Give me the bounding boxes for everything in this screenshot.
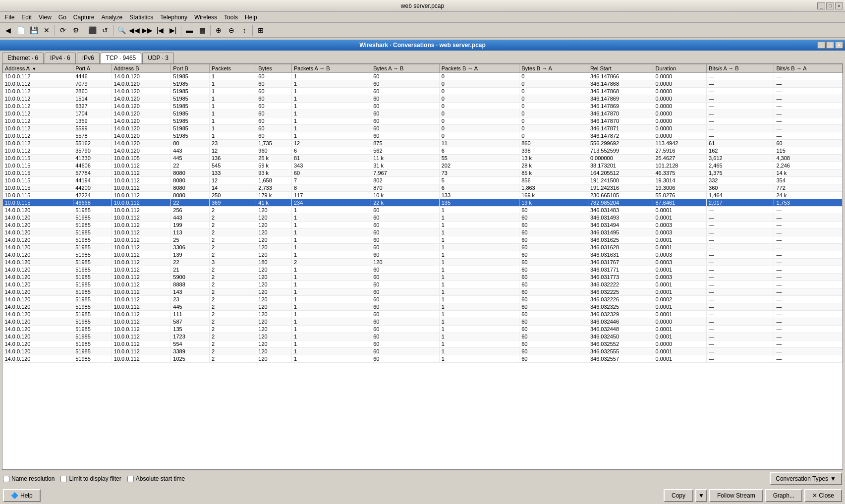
- table-row[interactable]: 14.0.0.1205198510.0.0.112111212016016034…: [3, 311, 843, 318]
- col-packets-ab[interactable]: Packets A → B: [291, 64, 371, 73]
- conv-maximize-button[interactable]: □: [826, 42, 834, 49]
- absolute-time-label[interactable]: Absolute start time: [127, 475, 185, 482]
- col-bytes-ab[interactable]: Bytes A → B: [371, 64, 440, 73]
- graph-button[interactable]: Graph...: [765, 489, 802, 502]
- toolbar-restart[interactable]: ↺: [99, 24, 111, 36]
- menu-analyze[interactable]: Analyze: [99, 13, 126, 22]
- toolbar-go-prev[interactable]: ◀◀: [128, 24, 140, 36]
- toolbar-open[interactable]: 📄: [15, 24, 27, 36]
- toolbar-zoom-out[interactable]: ⊖: [225, 24, 237, 36]
- table-row[interactable]: 14.0.0.1205198510.0.0.112102521201601603…: [3, 355, 843, 363]
- toolbar-new[interactable]: ◀: [2, 24, 14, 36]
- conversations-table-container[interactable]: Address A ▼ Port A Address B Port B Pack…: [2, 63, 843, 470]
- menu-tools[interactable]: Tools: [221, 13, 241, 22]
- toolbar-colorize[interactable]: ▬: [183, 24, 195, 36]
- table-row[interactable]: 14.0.0.1205198510.0.0.112135212016016034…: [3, 326, 843, 333]
- table-row[interactable]: 14.0.0.1205198510.0.0.112199212016016034…: [3, 222, 843, 229]
- table-row[interactable]: 10.0.0.112632714.0.0.1205198516016000346…: [3, 103, 843, 110]
- table-row[interactable]: 14.0.0.1205198510.0.0.112443212016016034…: [3, 214, 843, 222]
- close-button-bottom[interactable]: ✕ Close: [804, 489, 842, 502]
- table-row[interactable]: 14.0.0.1205198510.0.0.112113212016016034…: [3, 229, 843, 236]
- menu-help[interactable]: Help: [242, 13, 260, 22]
- table-row[interactable]: 10.0.0.112135914.0.0.1205198516016000346…: [3, 117, 843, 125]
- table-row[interactable]: 10.0.0.1154419410.0.0.1128080121,6587802…: [3, 177, 843, 184]
- toolbar-stop[interactable]: ⬛: [86, 24, 98, 36]
- table-row[interactable]: 10.0.0.112286014.0.0.1205198516016000346…: [3, 88, 843, 95]
- toolbar-zoom-reset[interactable]: ↕: [238, 24, 250, 36]
- toolbar-close-capture[interactable]: ✕: [41, 24, 53, 36]
- help-button[interactable]: 🔷 Help: [3, 489, 41, 502]
- toolbar-save[interactable]: 💾: [28, 24, 40, 36]
- tab-tcp[interactable]: TCP · 9465: [101, 53, 141, 63]
- menu-capture[interactable]: Capture: [70, 13, 98, 22]
- table-row[interactable]: 14.0.0.1205198510.0.0.112330621201601603…: [3, 244, 843, 251]
- toolbar-auto-scroll[interactable]: ▤: [196, 24, 208, 36]
- toolbar-go-first[interactable]: |◀: [154, 24, 166, 36]
- table-row[interactable]: 10.0.0.1123579014.0.0.120443129606562639…: [3, 147, 843, 155]
- table-row[interactable]: 14.0.0.1205198510.0.0.112256212016016034…: [3, 207, 843, 214]
- table-row[interactable]: 14.0.0.1205198510.0.0.112232120160160346…: [3, 296, 843, 303]
- copy-dropdown[interactable]: ▼: [695, 489, 707, 502]
- toolbar-capture-opts[interactable]: ⚙: [70, 24, 82, 36]
- table-row[interactable]: 10.0.0.1154222410.0.0.1128080250179 k117…: [3, 192, 843, 199]
- toolbar-go-next[interactable]: ▶▶: [141, 24, 153, 36]
- toolbar-go-last[interactable]: ▶|: [167, 24, 179, 36]
- tab-ipv4[interactable]: IPv4 · 6: [45, 53, 76, 63]
- toolbar-zoom-in[interactable]: ⊕: [213, 24, 225, 36]
- table-row[interactable]: 14.0.0.1205198510.0.0.112554212016016034…: [3, 340, 843, 348]
- menu-statistics[interactable]: Statistics: [126, 13, 156, 22]
- table-row[interactable]: 14.0.0.1205198510.0.0.112587212016016034…: [3, 318, 843, 326]
- col-rel-start[interactable]: Rel Start: [588, 64, 653, 73]
- table-row[interactable]: 14.0.0.1205198510.0.0.112143212016016034…: [3, 288, 843, 296]
- table-row[interactable]: 10.0.0.112557814.0.0.1205198516016000346…: [3, 132, 843, 140]
- tab-ipv6[interactable]: IPv6: [77, 53, 100, 63]
- table-row[interactable]: 10.0.0.112444614.0.0.1205198516016000346…: [3, 73, 843, 80]
- table-row[interactable]: 14.0.0.1205198510.0.0.112888821201601603…: [3, 281, 843, 288]
- menu-edit[interactable]: Edit: [18, 13, 35, 22]
- limit-filter-label[interactable]: Limit to display filter: [60, 475, 121, 482]
- col-packets-ba[interactable]: Packets B → A: [439, 64, 519, 73]
- absolute-time-checkbox[interactable]: [127, 476, 134, 482]
- toolbar-pane-resize[interactable]: ⊞: [255, 24, 267, 36]
- limit-filter-checkbox[interactable]: [60, 476, 67, 482]
- conv-close-button[interactable]: ×: [835, 42, 843, 49]
- name-resolution-label[interactable]: Name resolution: [3, 475, 55, 482]
- table-row[interactable]: 10.0.0.1154420010.0.0.1128080142,7338870…: [3, 184, 843, 192]
- table-row[interactable]: 10.0.0.1154133010.0.0.10544513625 k8111 …: [3, 155, 843, 162]
- close-button[interactable]: ×: [835, 2, 843, 9]
- col-bytes[interactable]: Bytes: [256, 64, 292, 73]
- col-port-b[interactable]: Port B: [171, 64, 210, 73]
- table-row[interactable]: 14.0.0.1205198510.0.0.112223180212016034…: [3, 259, 843, 266]
- col-packets[interactable]: Packets: [209, 64, 256, 73]
- table-row[interactable]: 14.0.0.1205198510.0.0.112445212016016034…: [3, 303, 843, 311]
- name-resolution-checkbox[interactable]: [3, 476, 9, 482]
- menu-wireless[interactable]: Wireless: [191, 13, 220, 22]
- table-row[interactable]: 14.0.0.1205198510.0.0.112252120160160346…: [3, 236, 843, 244]
- tab-ethernet[interactable]: Ethernet · 6: [2, 53, 44, 63]
- table-row[interactable]: 10.0.0.112559914.0.0.1205198516016000346…: [3, 125, 843, 132]
- table-row[interactable]: 10.0.0.1155778410.0.0.112808013393 k607,…: [3, 169, 843, 177]
- copy-button[interactable]: Copy: [664, 489, 693, 502]
- table-row[interactable]: 10.0.0.112151414.0.0.1205198516016000346…: [3, 95, 843, 103]
- table-row[interactable]: 14.0.0.1205198510.0.0.112172321201601603…: [3, 333, 843, 340]
- col-duration[interactable]: Duration: [653, 64, 707, 73]
- follow-stream-button[interactable]: Follow Stream: [709, 489, 763, 502]
- table-row[interactable]: 10.0.0.1125516214.0.0.12080231,735128751…: [3, 140, 843, 147]
- col-address-b[interactable]: Address B: [112, 64, 171, 73]
- table-row[interactable]: 14.0.0.1205198510.0.0.112590021201601603…: [3, 274, 843, 281]
- minimize-button[interactable]: _: [817, 2, 825, 9]
- col-bytes-ba[interactable]: Bytes B → A: [519, 64, 588, 73]
- table-row[interactable]: 10.0.0.112170414.0.0.1205198516016000346…: [3, 110, 843, 117]
- menu-telephony[interactable]: Telephony: [157, 13, 190, 22]
- col-bits-ab[interactable]: Bits/s A → B: [707, 64, 774, 73]
- menu-view[interactable]: View: [36, 13, 55, 22]
- conv-minimize-button[interactable]: _: [817, 42, 825, 49]
- table-row[interactable]: 14.0.0.1205198510.0.0.112139212016016034…: [3, 251, 843, 259]
- table-row[interactable]: 10.0.0.1154460610.0.0.1122254559 k34331 …: [3, 162, 843, 169]
- maximize-button[interactable]: □: [826, 2, 834, 9]
- toolbar-reload[interactable]: ⟳: [57, 24, 69, 36]
- table-row[interactable]: 14.0.0.1205198510.0.0.112338921201601603…: [3, 348, 843, 355]
- conversation-types-button[interactable]: Conversation Types ▼: [770, 472, 842, 485]
- table-row[interactable]: 14.0.0.1205198510.0.0.112212120160160346…: [3, 266, 843, 274]
- tab-udp[interactable]: UDP · 3: [142, 53, 174, 63]
